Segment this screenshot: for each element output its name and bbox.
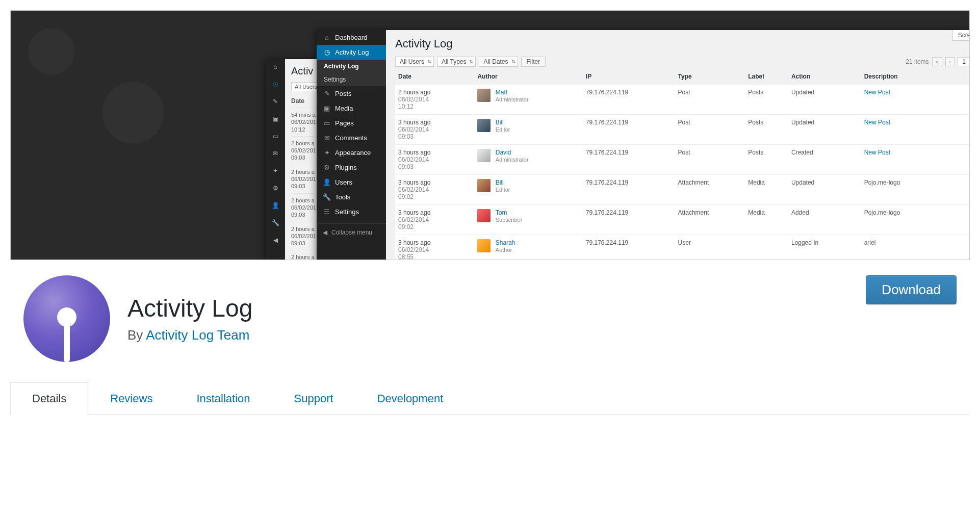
avatar <box>477 239 491 252</box>
sidebar-item-posts[interactable]: ✎Posts <box>317 86 386 101</box>
sidebar-item-activity-log[interactable]: ◷Activity Log <box>317 45 386 60</box>
author-link[interactable]: Bill <box>496 119 504 126</box>
sidebar-item-label: Settings <box>335 208 359 216</box>
filter-users-select[interactable]: All Users⇅ <box>395 57 434 67</box>
comment-icon: ✉ <box>273 150 278 157</box>
col-ip[interactable]: IP <box>583 69 675 85</box>
filter-button[interactable]: Filter <box>521 57 546 67</box>
collapse-menu[interactable]: ◀Collapse menu <box>317 223 386 241</box>
author-role: Subscriber <box>496 217 523 223</box>
pagination: 21 items « ‹ 1 <box>906 57 970 66</box>
cell-ip: 79.176.224.119 <box>583 235 675 261</box>
sidebar-item-media[interactable]: ▣Media <box>317 101 386 116</box>
sidebar-item-label: Activity Log <box>335 48 369 56</box>
tab-support[interactable]: Support <box>272 382 355 415</box>
col-desc[interactable]: Description <box>861 69 970 85</box>
sidebar-item-users[interactable]: 👤Users <box>317 175 386 190</box>
cell-date: 3 hours ago06/02/201408:55 <box>395 235 474 261</box>
cell-ip: 79.176.224.119 <box>583 115 675 145</box>
sidebar-sub-item[interactable]: Settings <box>317 73 386 86</box>
cell-ip: 79.176.224.119 <box>583 175 675 205</box>
col-action[interactable]: Action <box>788 69 861 85</box>
plugin-byline: By Activity Log Team <box>127 327 252 343</box>
screen-options-tab[interactable]: Scree <box>952 30 970 41</box>
table-row: 3 hours ago06/02/201408:55 Sharah Author… <box>395 235 970 261</box>
col-date[interactable]: Date <box>395 69 474 85</box>
col-type[interactable]: Type <box>675 69 745 85</box>
sidebar-item-label: Users <box>335 178 352 186</box>
cell-ip: 79.176.224.119 <box>583 145 675 175</box>
cell-action: Created <box>788 145 861 175</box>
cell-date: 3 hours ago06/02/201409:03 <box>395 145 474 175</box>
cell-label: Posts <box>745 145 788 175</box>
cell-label: Media <box>745 175 788 205</box>
cell-desc: ariel <box>861 235 970 261</box>
wp-admin-main: Scree Activity Log All Users⇅ All Types⇅… <box>386 30 970 260</box>
page-first[interactable]: « <box>932 57 943 66</box>
filter-types-select[interactable]: All Types⇅ <box>437 57 476 67</box>
avatar <box>477 209 491 222</box>
sidebar-item-appearance[interactable]: ✦Appearance <box>317 145 386 160</box>
avatar <box>477 119 491 132</box>
sidebar-item-tools[interactable]: 🔧Tools <box>317 190 386 204</box>
filter-dates-select[interactable]: All Dates⇅ <box>479 57 518 67</box>
cell-label: Media <box>745 205 788 235</box>
tab-details[interactable]: Details <box>10 382 88 415</box>
author-link[interactable]: Sharah <box>496 239 515 246</box>
collapse-icon: ◀ <box>273 237 278 244</box>
page-current[interactable]: 1 <box>958 57 970 66</box>
author-link[interactable]: Tom <box>496 209 507 216</box>
row-desc: Pojo.me-logo <box>864 209 900 216</box>
media-icon: ▣ <box>273 115 278 122</box>
row-desc-link[interactable]: New Post <box>864 89 890 96</box>
plugin-title: Activity Log <box>127 294 252 322</box>
stepper-icon: ⇅ <box>427 59 431 64</box>
plugin-banner: ⌂ ◷ ✎ ▣ ▭ ✉ ✦ ⚙ 👤 🔧 ◀ Activ All Users Da… <box>10 10 970 260</box>
avatar <box>477 89 491 102</box>
sidebar-item-label: Dashboard <box>335 34 368 41</box>
sidebar-item-label: Comments <box>335 134 367 142</box>
cell-desc: New Post <box>861 85 970 115</box>
cell-type: User <box>675 235 745 261</box>
cell-label <box>745 235 788 261</box>
user-icon: 👤 <box>272 202 279 209</box>
sidebar-item-label: Media <box>335 105 353 112</box>
download-button[interactable]: Download <box>866 275 957 304</box>
cell-type: Attachment <box>675 205 745 235</box>
sidebar-item-label: Tools <box>335 193 350 201</box>
table-body: 2 hours ago06/02/201410:12 Matt Administ… <box>395 85 970 261</box>
tools-icon: 🔧 <box>323 193 331 201</box>
plugin-author-link[interactable]: Activity Log Team <box>146 327 249 343</box>
sidebar-item-dashboard[interactable]: ⌂Dashboard <box>317 30 386 45</box>
sidebar-item-plugins[interactable]: ⚙Plugins <box>317 160 386 175</box>
tab-installation[interactable]: Installation <box>174 382 272 415</box>
row-desc-link[interactable]: New Post <box>864 149 890 156</box>
cell-date: 3 hours ago06/02/201409:03 <box>395 115 474 145</box>
cell-type: Post <box>675 145 745 175</box>
col-label[interactable]: Label <box>745 69 788 85</box>
author-link[interactable]: David <box>496 149 511 156</box>
col-author[interactable]: Author <box>474 69 582 85</box>
plugin-logo-icon <box>23 275 110 362</box>
sidebar-item-settings[interactable]: ☰Settings <box>317 204 386 219</box>
author-role: Administrator <box>496 96 529 102</box>
sidebar-item-comments[interactable]: ✉Comments <box>317 131 386 145</box>
row-desc-link[interactable]: New Post <box>864 119 890 126</box>
cell-desc: Pojo.me-logo <box>861 205 970 235</box>
sidebar-sub-item[interactable]: Activity Log <box>317 60 386 73</box>
author-link[interactable]: Matt <box>496 89 507 96</box>
cell-ip: 79.176.224.119 <box>583 205 675 235</box>
tab-development[interactable]: Development <box>355 382 466 415</box>
sidebar-item-pages[interactable]: ▭Pages <box>317 116 386 131</box>
pages-icon: ▭ <box>323 119 331 127</box>
table-head: Date Author IP Type Label Action Descrip… <box>395 69 970 85</box>
dash-icon: ⌂ <box>273 63 277 70</box>
author-link[interactable]: Bill <box>496 179 504 186</box>
media-icon: ▣ <box>323 105 331 112</box>
page-prev[interactable]: ‹ <box>945 57 955 66</box>
plugin-tabs: DetailsReviewsInstallationSupportDevelop… <box>10 382 970 415</box>
avatar <box>477 149 491 162</box>
sidebar-item-label: Pages <box>335 119 354 127</box>
tab-reviews[interactable]: Reviews <box>88 382 174 415</box>
row-desc: Pojo.me-logo <box>864 179 900 186</box>
